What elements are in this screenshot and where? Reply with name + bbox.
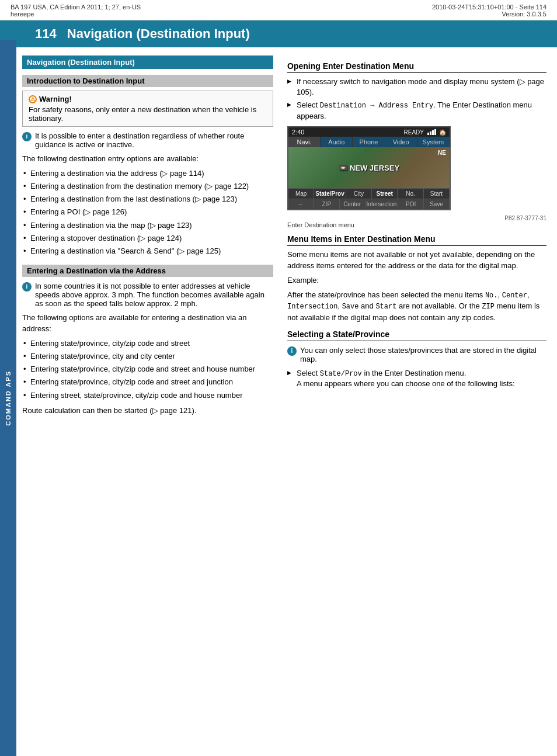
- nav-menu-back[interactable]: ←: [288, 199, 314, 209]
- nav-ready-label: READY: [404, 129, 424, 136]
- nav-menu-state[interactable]: State/Prov: [314, 189, 346, 199]
- nav-menu-save[interactable]: Save: [424, 199, 450, 209]
- left-column: Navigation (Destination Input) Introduct…: [22, 56, 273, 420]
- section4-text1: Some menu items are not available or not…: [287, 249, 546, 272]
- nav-menu-street[interactable]: Street: [372, 189, 398, 199]
- nav-menu-city[interactable]: City: [346, 189, 372, 199]
- right-column: Opening Enter Destination Menu If necess…: [287, 56, 546, 420]
- nav-menu-zip[interactable]: ZIP: [314, 199, 340, 209]
- list-item: Entering a destination from the destinat…: [22, 181, 273, 192]
- header-left-line1: BA 197 USA, CA Edition A 2011; 1; 27, en…: [11, 4, 141, 11]
- main-content: Navigation (Destination Input) Introduct…: [0, 47, 557, 428]
- nav-tab-system[interactable]: System: [417, 137, 450, 147]
- list-item: Entering street, state/province, city/zi…: [22, 390, 273, 401]
- arrow-list-2: Select State/Prov in the Enter Destinati…: [287, 368, 546, 390]
- nav-map-area: NE 📼 NEW JERSEY: [288, 147, 450, 188]
- nav-tab-audio[interactable]: Audio: [321, 137, 353, 147]
- nav-ne-label: NE: [438, 150, 446, 156]
- info-text-1: It is possible to enter a destination re…: [35, 131, 273, 149]
- list-item: Entering state/province, city/zip code a…: [22, 377, 273, 387]
- nav-menu-center[interactable]: Center: [340, 199, 365, 209]
- header-right-line1: 2010-03-24T15:31:10+01:00 - Seite 114: [432, 4, 546, 11]
- nav-tab-video[interactable]: Video: [385, 137, 417, 147]
- warning-box: ⚠ Warning! For safety reasons, only ente…: [22, 91, 273, 127]
- nav-tab-phone[interactable]: Phone: [353, 137, 385, 147]
- list-item: Entering a POI (▷ page 126): [22, 207, 273, 217]
- arrow-list-1: If necessary switch to navigation mode a…: [287, 77, 546, 122]
- nav-map-label: 📼 NEW JERSEY: [339, 164, 399, 172]
- bullet-list-2: Entering state/province, city/zip code a…: [22, 338, 273, 401]
- signal-bar-3: [432, 130, 434, 135]
- header-left: BA 197 USA, CA Edition A 2011; 1; 27, en…: [11, 4, 141, 18]
- nav-tabs: Navi. Audio Phone Video System: [288, 137, 450, 147]
- warning-icon: ⚠: [29, 95, 37, 103]
- nav-signal: READY 🏠: [404, 129, 446, 136]
- nav-enter-caption: Enter Destination menu: [287, 221, 546, 228]
- section5-heading: Selecting a State/Province: [287, 330, 546, 341]
- info-note-2: i In some countries it is not possible t…: [22, 282, 273, 308]
- list-item: Entering state/province, city/zip code a…: [22, 338, 273, 349]
- intro-text-2: The following options are available for …: [22, 313, 273, 335]
- page-title: Navigation (Destination Input): [67, 26, 250, 41]
- nav-menu-map[interactable]: Map: [288, 189, 314, 199]
- signal-bar-2: [430, 131, 431, 135]
- signal-bars: [427, 129, 436, 135]
- nav-menu-no[interactable]: No.: [398, 189, 423, 199]
- signal-bar-4: [434, 129, 436, 135]
- list-item: Entering a stopover destination (▷ page …: [22, 233, 273, 244]
- list-item: Entering a destination from the last des…: [22, 194, 273, 204]
- list-item: Entering a destination via the map (▷ pa…: [22, 220, 273, 231]
- nav-caption: P82.87-3777-31: [287, 215, 546, 221]
- route-text: Route calculation can then be started (▷…: [22, 405, 273, 417]
- section4-example-label: Example:: [287, 275, 546, 286]
- nav-menu-intersection[interactable]: Intersection: [365, 199, 399, 209]
- header-right: 2010-03-24T15:31:10+01:00 - Seite 114 Ve…: [432, 4, 546, 18]
- signal-bar-1: [427, 133, 429, 135]
- list-item: Entering a destination via the address (…: [22, 168, 273, 179]
- home-icon: 🏠: [439, 129, 446, 136]
- list-item: Entering state/province, city and city c…: [22, 351, 273, 362]
- nav-tab-navi[interactable]: Navi.: [288, 137, 321, 147]
- section4-heading: Menu Items in Enter Destination Menu: [287, 234, 546, 246]
- info-note-3: i You can only select those states/provi…: [287, 346, 546, 363]
- list-item: If necessary switch to navigation mode a…: [287, 77, 546, 98]
- section2-header: Entering a Destination via the Address: [22, 265, 273, 277]
- section1-header: Navigation (Destination Input): [22, 56, 273, 69]
- list-item: Entering state/province, city/zip code a…: [22, 364, 273, 374]
- info-text-2: In some countries it is not possible to …: [35, 282, 273, 308]
- nav-menu-row1: Map State/Prov City Street No. Start: [288, 188, 450, 199]
- header-right-line2: Version: 3.0.3.5: [432, 11, 546, 18]
- tape-icon: 📼: [339, 164, 347, 172]
- info-text-3: You can only select those states/provinc…: [300, 346, 546, 363]
- info-icon-3: i: [287, 346, 297, 356]
- list-item: Select State/Prov in the Enter Destinati…: [287, 368, 546, 390]
- section3-heading: Opening Enter Destination Menu: [287, 61, 546, 73]
- section4-example-text: After the state/province has been select…: [287, 290, 546, 324]
- nav-menu-start[interactable]: Start: [424, 189, 450, 199]
- info-note-1: i It is possible to enter a destination …: [22, 131, 273, 149]
- bullet-list-1: Entering a destination via the address (…: [22, 168, 273, 256]
- page-number: 114: [35, 26, 57, 41]
- warning-text: For safety reasons, only enter a new des…: [29, 105, 267, 123]
- nav-menu-row2: ← ZIP Center Intersection POI Save: [288, 199, 450, 209]
- nav-display: 2:40 READY 🏠 Navi. Audio Phone Vid: [287, 126, 451, 210]
- header-left-line2: hereepe: [11, 11, 141, 18]
- doc-header: BA 197 USA, CA Edition A 2011; 1; 27, en…: [0, 0, 557, 20]
- subsection1-header: Introduction to Destination Input: [22, 75, 273, 87]
- intro-text-1: The following destination entry options …: [22, 154, 273, 165]
- list-item: Select Destination → Address Entry. The …: [287, 100, 546, 122]
- warning-title: ⚠ Warning!: [29, 95, 267, 103]
- info-icon-1: i: [22, 132, 32, 141]
- page-title-bar: 114 Navigation (Destination Input): [0, 20, 557, 47]
- map-place-name: NEW JERSEY: [350, 164, 399, 172]
- sidebar-label-text: COMAND APS: [5, 370, 12, 426]
- sidebar-label: COMAND APS: [0, 40, 16, 756]
- info-icon-2: i: [22, 282, 32, 292]
- list-item: Entering a destination via "Search & Sen…: [22, 246, 273, 256]
- nav-menu-poi[interactable]: POI: [398, 199, 424, 209]
- nav-status-bar: 2:40 READY 🏠: [288, 127, 450, 137]
- nav-time: 2:40: [292, 129, 304, 136]
